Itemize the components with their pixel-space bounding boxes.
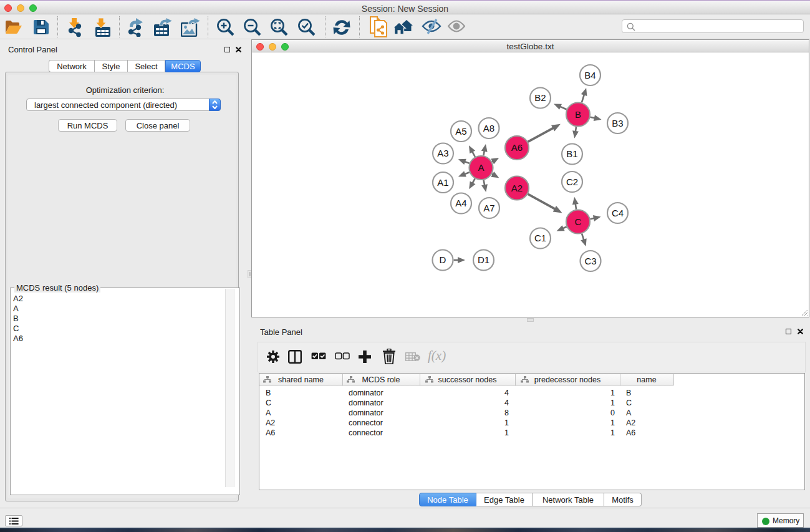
svg-text:A: A xyxy=(478,162,484,173)
svg-text:C2: C2 xyxy=(566,177,578,187)
svg-text:A1: A1 xyxy=(437,177,448,188)
svg-text:D: D xyxy=(440,254,446,265)
svg-text:B2: B2 xyxy=(534,92,546,103)
svg-text:C1: C1 xyxy=(534,233,546,243)
svg-text:A8: A8 xyxy=(483,123,494,133)
svg-text:A6: A6 xyxy=(511,142,523,153)
svg-text:B1: B1 xyxy=(566,148,577,159)
svg-text:C3: C3 xyxy=(584,256,596,266)
svg-text:D1: D1 xyxy=(478,254,489,265)
svg-text:A2: A2 xyxy=(511,183,523,193)
svg-text:A3: A3 xyxy=(437,148,448,158)
svg-text:B4: B4 xyxy=(584,70,595,80)
svg-text:A5: A5 xyxy=(455,126,466,137)
svg-text:A7: A7 xyxy=(483,203,494,213)
svg-text:A4: A4 xyxy=(455,198,466,208)
svg-text:C4: C4 xyxy=(612,208,624,218)
svg-text:C: C xyxy=(575,216,582,227)
svg-text:B3: B3 xyxy=(612,118,623,128)
svg-text:B: B xyxy=(575,109,581,120)
